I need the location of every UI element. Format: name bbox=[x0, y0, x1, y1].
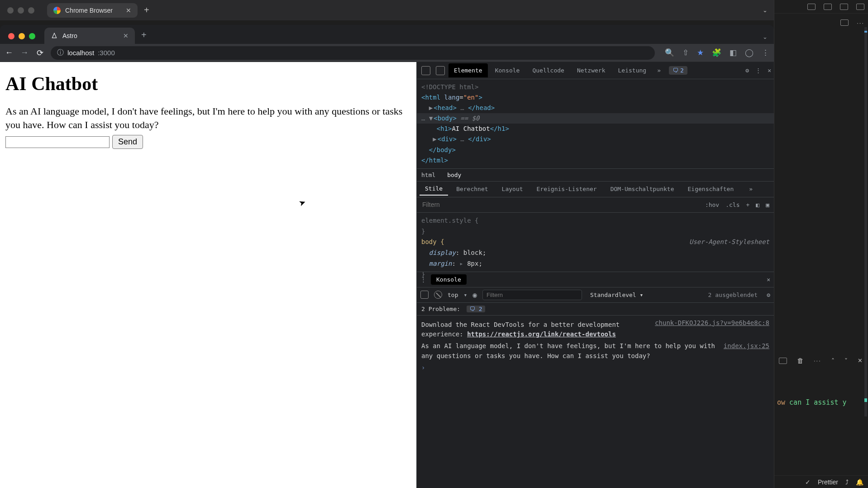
chevron-down-icon[interactable]: ˅ bbox=[844, 357, 848, 364]
vscode-bell-icon[interactable]: 🔔 bbox=[856, 478, 863, 486]
chrome-new-tab-button[interactable]: + bbox=[141, 30, 147, 40]
chrome-tabs-menu-icon[interactable]: ⌄ bbox=[763, 33, 768, 40]
console-clear-icon[interactable] bbox=[434, 291, 442, 299]
chat-input[interactable] bbox=[5, 136, 110, 148]
console-source-link[interactable]: chunk-DFKOJ226.js?v=9e6b4e8c:8 bbox=[655, 318, 769, 328]
console-hidden-count[interactable]: 2 ausgeblendet bbox=[708, 292, 758, 298]
extensions-icon[interactable]: 🧩 bbox=[712, 48, 721, 57]
vscode-more-actions-icon[interactable]: ··· bbox=[857, 19, 864, 26]
vscode-status-prettier[interactable]: Prettier bbox=[818, 478, 838, 486]
styles-hov-button[interactable]: :hov bbox=[705, 201, 719, 208]
styles-tab-layout[interactable]: Layout bbox=[496, 183, 529, 195]
styles-panel-icon[interactable]: ◧ bbox=[756, 201, 759, 208]
zoom-icon[interactable]: 🔍 bbox=[665, 48, 674, 57]
styles-tabs-overflow-icon[interactable]: » bbox=[744, 183, 758, 195]
vscode-layout-icon[interactable] bbox=[824, 4, 832, 10]
vscode-layout-icon[interactable] bbox=[807, 4, 816, 10]
styles-tab-dombp[interactable]: DOM-Umschaltpunkte bbox=[605, 183, 680, 195]
vscode-minimap[interactable] bbox=[864, 27, 867, 416]
chrome-toolbar-right: 🔍 ⇧ ★ 🧩 ◧ ◯ ⋮ bbox=[665, 48, 769, 57]
vscode-terminal-kill-icon[interactable] bbox=[797, 357, 804, 364]
devtools-tab-elements[interactable]: Elemente bbox=[448, 63, 488, 77]
traffic-zoom-icon[interactable] bbox=[29, 33, 35, 39]
vscode-statusbar-right: ✓ Prettier ⤴ 🔔 bbox=[774, 475, 868, 488]
devtools-tab-console[interactable]: Konsole bbox=[490, 63, 525, 77]
side-panel-icon[interactable]: ◧ bbox=[730, 48, 737, 57]
console-msg-link[interactable]: https://reactjs.org/link/react-devtools bbox=[467, 330, 616, 338]
vscode-panel-more-icon[interactable]: ··· bbox=[814, 357, 821, 364]
console-problems-row[interactable]: 2 Probleme: 🗨 2 bbox=[417, 303, 774, 316]
vscode-split-editor-icon[interactable] bbox=[840, 19, 849, 26]
styles-new-rule-icon[interactable]: + bbox=[746, 201, 750, 208]
styles-tab-computed[interactable]: Berechnet bbox=[451, 183, 493, 195]
breadcrumb-html[interactable]: html bbox=[421, 172, 435, 178]
outer-traffic-dot bbox=[28, 7, 34, 14]
devtools-tab-network[interactable]: Netzwerk bbox=[572, 63, 611, 77]
styles-cls-button[interactable]: .cls bbox=[725, 201, 739, 208]
devtools-tabs-overflow-icon[interactable]: » bbox=[653, 67, 664, 74]
vscode-feedback-icon[interactable]: ⤴ bbox=[845, 478, 849, 486]
terminal-text: ow bbox=[777, 398, 789, 407]
devtools-tab-sources[interactable]: Quellcode bbox=[527, 63, 569, 77]
site-info-icon[interactable]: ⓘ bbox=[57, 48, 64, 57]
live-expression-icon[interactable]: ◉ bbox=[472, 291, 477, 299]
vscode-panel-close-icon[interactable]: ✕ bbox=[858, 357, 863, 364]
address-bar[interactable]: ⓘ localhost:3000 bbox=[51, 46, 655, 60]
share-icon[interactable]: ⇧ bbox=[682, 48, 689, 57]
chevron-down-icon[interactable]: ▾ bbox=[463, 292, 467, 298]
breadcrumb-body[interactable]: body bbox=[447, 172, 461, 178]
console-context[interactable]: top bbox=[448, 292, 458, 298]
console-problems-label: 2 Probleme: bbox=[421, 306, 460, 312]
inspect-element-icon[interactable] bbox=[421, 66, 430, 75]
console-sidebar-toggle-icon[interactable] bbox=[420, 291, 429, 299]
devtools-settings-icon[interactable]: ⚙ bbox=[745, 67, 749, 74]
reload-button[interactable]: ⟳ bbox=[35, 48, 44, 58]
vscode-panel-layout-icon[interactable] bbox=[779, 358, 787, 364]
styles-body-selector: body { bbox=[421, 238, 444, 245]
device-toolbar-icon[interactable] bbox=[436, 66, 445, 75]
kebab-menu-icon[interactable]: ⋮ bbox=[762, 48, 769, 57]
console-settings-icon[interactable]: ⚙ bbox=[767, 292, 770, 298]
styles-tab-styles[interactable]: Stile bbox=[420, 182, 448, 196]
drawer-tab-console[interactable]: Konsole bbox=[431, 274, 467, 285]
vscode-layout-icon[interactable] bbox=[856, 4, 864, 10]
elements-tree[interactable]: <!DOCTYPE html> <html lang="en"> ▶<head>… bbox=[417, 79, 774, 168]
devtools-close-icon[interactable]: ✕ bbox=[768, 67, 771, 74]
outer-new-tab-button[interactable]: + bbox=[144, 5, 149, 15]
console-source-link[interactable]: index.jsx:25 bbox=[724, 341, 769, 351]
console-filter-input[interactable] bbox=[482, 290, 582, 300]
styles-computed-panel-icon[interactable]: ▣ bbox=[766, 201, 769, 208]
styles-filter-input[interactable] bbox=[421, 201, 699, 209]
drawer-close-icon[interactable]: ✕ bbox=[767, 276, 770, 283]
traffic-close-icon[interactable] bbox=[8, 33, 14, 39]
console-prompt-icon[interactable]: › bbox=[421, 364, 425, 371]
close-icon[interactable]: ✕ bbox=[126, 7, 131, 14]
devtools-issues-badge[interactable]: 🗨 2 bbox=[669, 66, 687, 75]
chat-input-form: Send bbox=[5, 135, 411, 149]
drawer-drag-handle-icon[interactable]: ⋮ bbox=[420, 276, 426, 283]
bookmark-star-icon[interactable]: ★ bbox=[697, 48, 704, 57]
outer-tab-chrome[interactable]: Chrome Browser ✕ bbox=[47, 3, 138, 18]
chrome-tab-astro[interactable]: Astro ✕ bbox=[44, 28, 135, 44]
send-button[interactable]: Send bbox=[112, 135, 143, 149]
elements-breadcrumb[interactable]: html body bbox=[417, 168, 774, 181]
console-toolbar: top ▾ ◉ Standardlevel ▾ 2 ausgeblendet ⚙ bbox=[417, 287, 774, 303]
vscode-layout-icon[interactable] bbox=[840, 4, 848, 10]
devtools-tab-performance[interactable]: Leistung bbox=[613, 63, 652, 77]
vscode-editor-actions: ··· bbox=[774, 14, 868, 32]
console-levels-dropdown[interactable]: Standardlevel ▾ bbox=[590, 292, 643, 298]
back-button[interactable]: ← bbox=[5, 48, 14, 57]
styles-pane[interactable]: element.style { } body { User-Agent-Styl… bbox=[417, 213, 774, 272]
styles-tab-listeners[interactable]: Ereignis-Listener bbox=[531, 183, 602, 195]
devtools-kebab-icon[interactable]: ⋮ bbox=[755, 67, 761, 74]
devtools-drawer: ⋮ Konsole ✕ top ▾ ◉ Standardlevel ▾ 2 au… bbox=[417, 272, 774, 488]
chevron-up-icon[interactable]: ˄ bbox=[831, 357, 835, 364]
traffic-minimize-icon[interactable] bbox=[19, 33, 25, 39]
profile-avatar-icon[interactable]: ◯ bbox=[745, 48, 754, 57]
close-icon[interactable]: ✕ bbox=[123, 32, 129, 39]
chat-response-text: As an AI language model, I don't have fe… bbox=[5, 105, 411, 131]
browser-viewport: AI Chatbot As an AI language model, I do… bbox=[0, 62, 774, 488]
outer-tabs-menu-icon[interactable]: ⌄ bbox=[763, 7, 768, 14]
console-output[interactable]: chunk-DFKOJ226.js?v=9e6b4e8c:8 Download … bbox=[417, 316, 774, 488]
styles-tab-props[interactable]: Eigenschaften bbox=[682, 183, 739, 195]
